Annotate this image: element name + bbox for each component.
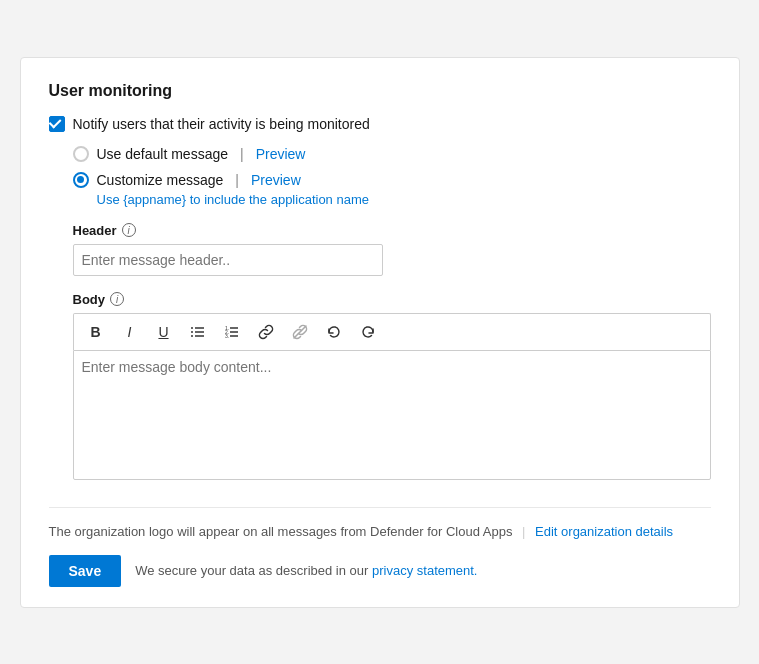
radio-default-label: Use default message [97,146,229,162]
radio-default[interactable] [73,146,89,162]
toolbar-unordered-list[interactable] [182,318,214,346]
privacy-text: We secure your data as described in our … [135,563,477,578]
separator-customize: | [235,172,239,188]
unlink-icon [292,324,308,340]
main-card: User monitoring Notify users that their … [20,57,740,608]
privacy-link[interactable]: privacy statement. [372,563,478,578]
footer-info: The organization logo will appear on all… [49,507,711,539]
footer-text: The organization logo will appear on all… [49,524,513,539]
header-field-group: Header i [73,223,711,276]
unordered-list-icon [190,324,206,340]
page-title: User monitoring [49,82,711,100]
toolbar-ordered-list[interactable]: 1. 2. 3. [216,318,248,346]
toolbar-undo[interactable] [318,318,350,346]
footer-pipe: | [522,524,529,539]
redo-icon [360,324,376,340]
header-input[interactable] [73,244,383,276]
body-toolbar: B I U 1. [73,313,711,350]
radio-row-customize: Customize message | Preview [73,172,711,188]
link-icon [258,324,274,340]
svg-point-0 [191,327,193,329]
preview-default-link[interactable]: Preview [256,146,306,162]
body-label: Body i [73,292,711,307]
notify-label: Notify users that their activity is bein… [73,116,370,132]
appname-hint: Use {appname} to include the application… [97,192,711,207]
toolbar-link[interactable] [250,318,282,346]
undo-icon [326,324,342,340]
svg-point-1 [191,331,193,333]
body-textarea[interactable] [73,350,711,480]
save-button[interactable]: Save [49,555,122,587]
svg-text:3.: 3. [225,332,229,338]
radio-customize-label: Customize message [97,172,224,188]
notify-checkbox[interactable] [49,116,65,132]
toolbar-italic[interactable]: I [114,318,146,346]
toolbar-redo[interactable] [352,318,384,346]
customize-group: Customize message | Preview Use {appname… [73,172,711,207]
svg-point-2 [191,335,193,337]
radio-customize[interactable] [73,172,89,188]
body-info-icon: i [110,292,124,306]
separator-default: | [240,146,244,162]
footer-actions: Save We secure your data as described in… [49,555,711,587]
notify-row: Notify users that their activity is bein… [49,116,711,132]
header-info-icon: i [122,223,136,237]
toolbar-bold[interactable]: B [80,318,112,346]
edit-organization-link[interactable]: Edit organization details [535,524,673,539]
header-label: Header i [73,223,711,238]
toolbar-unlink[interactable] [284,318,316,346]
body-field-group: Body i B I U [73,292,711,483]
toolbar-underline[interactable]: U [148,318,180,346]
preview-customize-link[interactable]: Preview [251,172,301,188]
radio-row-default: Use default message | Preview [73,146,711,162]
form-section: Header i Body i B I U [73,223,711,483]
radio-group: Use default message | Preview Customize … [73,146,711,207]
ordered-list-icon: 1. 2. 3. [224,324,240,340]
